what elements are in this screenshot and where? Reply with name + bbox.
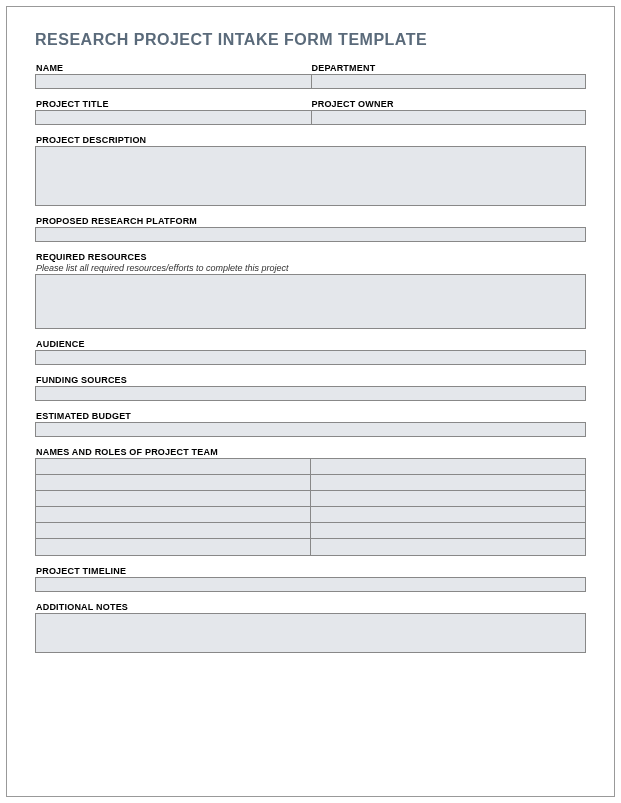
field-name: NAME — [35, 63, 311, 89]
label-additional-notes: ADDITIONAL NOTES — [35, 602, 586, 612]
field-project-timeline: PROJECT TIMELINE — [35, 566, 586, 592]
team-name-cell[interactable] — [36, 507, 311, 523]
table-row — [36, 539, 585, 555]
field-estimated-budget: ESTIMATED BUDGET — [35, 411, 586, 437]
label-name: NAME — [35, 63, 311, 73]
team-name-cell[interactable] — [36, 459, 311, 475]
field-audience: AUDIENCE — [35, 339, 586, 365]
input-project-description[interactable] — [35, 146, 586, 206]
input-project-title[interactable] — [35, 110, 311, 125]
input-funding-sources[interactable] — [35, 386, 586, 401]
team-name-cell[interactable] — [36, 539, 311, 555]
table-row — [36, 507, 585, 523]
team-name-cell[interactable] — [36, 475, 311, 491]
input-project-timeline[interactable] — [35, 577, 586, 592]
label-department: DEPARTMENT — [311, 63, 587, 73]
team-name-cell[interactable] — [36, 491, 311, 507]
team-name-cell[interactable] — [36, 523, 311, 539]
table-row — [36, 475, 585, 491]
input-required-resources[interactable] — [35, 274, 586, 329]
row-title-owner: PROJECT TITLE PROJECT OWNER — [35, 99, 586, 125]
label-audience: AUDIENCE — [35, 339, 586, 349]
input-project-owner[interactable] — [311, 110, 587, 125]
table-row — [36, 523, 585, 539]
page-title: RESEARCH PROJECT INTAKE FORM TEMPLATE — [35, 31, 586, 49]
field-proposed-platform: PROPOSED RESEARCH PLATFORM — [35, 216, 586, 242]
input-additional-notes[interactable] — [35, 613, 586, 653]
field-required-resources: REQUIRED RESOURCES Please list all requi… — [35, 252, 586, 329]
row-name-dept: NAME DEPARTMENT — [35, 63, 586, 89]
team-role-cell[interactable] — [311, 459, 585, 475]
field-team-roles: NAMES AND ROLES OF PROJECT TEAM — [35, 447, 586, 556]
team-role-cell[interactable] — [311, 491, 585, 507]
field-funding-sources: FUNDING SOURCES — [35, 375, 586, 401]
team-role-cell[interactable] — [311, 475, 585, 491]
label-team-roles: NAMES AND ROLES OF PROJECT TEAM — [35, 447, 586, 457]
label-project-title: PROJECT TITLE — [35, 99, 311, 109]
table-row — [36, 491, 585, 507]
field-project-description: PROJECT DESCRIPTION — [35, 135, 586, 206]
input-estimated-budget[interactable] — [35, 422, 586, 437]
field-project-title: PROJECT TITLE — [35, 99, 311, 125]
input-audience[interactable] — [35, 350, 586, 365]
field-project-owner: PROJECT OWNER — [311, 99, 587, 125]
team-role-cell[interactable] — [311, 507, 585, 523]
team-table — [35, 458, 586, 556]
label-required-resources: REQUIRED RESOURCES — [35, 252, 586, 262]
label-estimated-budget: ESTIMATED BUDGET — [35, 411, 586, 421]
team-role-cell[interactable] — [311, 539, 585, 555]
label-funding-sources: FUNDING SOURCES — [35, 375, 586, 385]
form-page: RESEARCH PROJECT INTAKE FORM TEMPLATE NA… — [6, 6, 615, 797]
input-proposed-platform[interactable] — [35, 227, 586, 242]
field-department: DEPARTMENT — [311, 63, 587, 89]
label-project-description: PROJECT DESCRIPTION — [35, 135, 586, 145]
label-project-timeline: PROJECT TIMELINE — [35, 566, 586, 576]
input-department[interactable] — [311, 74, 587, 89]
label-project-owner: PROJECT OWNER — [311, 99, 587, 109]
hint-required-resources: Please list all required resources/effor… — [35, 263, 586, 273]
team-role-cell[interactable] — [311, 523, 585, 539]
input-name[interactable] — [35, 74, 311, 89]
label-proposed-platform: PROPOSED RESEARCH PLATFORM — [35, 216, 586, 226]
field-additional-notes: ADDITIONAL NOTES — [35, 602, 586, 653]
table-row — [36, 459, 585, 475]
